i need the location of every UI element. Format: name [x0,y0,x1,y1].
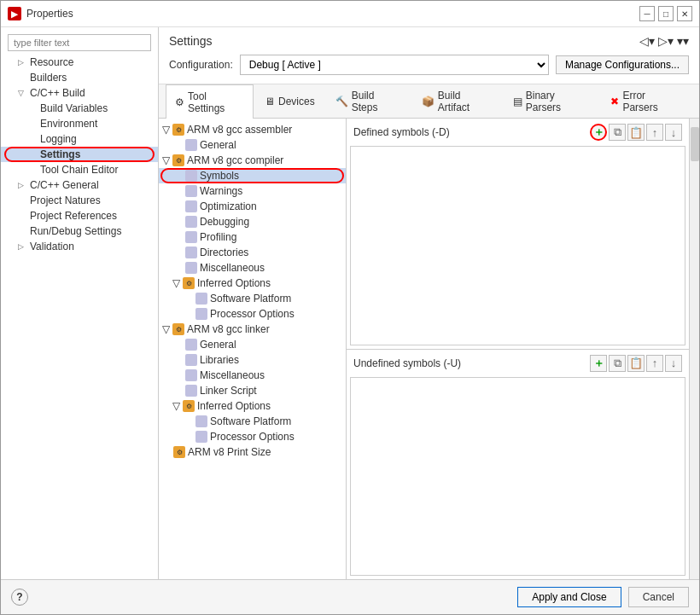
sidebar-item-validation[interactable]: ▷ Validation [1,239,158,254]
sidebar-label: Builders [30,72,67,84]
manage-configurations-button[interactable]: Manage Configurations... [556,55,689,74]
tree-label: Symbols [200,170,239,182]
tab-binary-parsers[interactable]: ▤ Binary Parsers [504,84,600,118]
item-icon [185,262,197,274]
nav-back-button[interactable]: ◁▾ [639,34,655,48]
expand-icon: ▷ [18,58,26,67]
nav-forward-button[interactable]: ▷▾ [658,34,674,48]
tree-proc-options-linker[interactable]: Processor Options [159,429,346,444]
sidebar-item-logging[interactable]: Logging [1,131,158,147]
undefined-symbols-section: Undefined symbols (-U) ＋ ⧉ 📋 ↑ ↓ [347,350,689,580]
tabs-bar: ⚙ Tool Settings 🖥 Devices 🔨 Build Steps … [159,84,699,119]
add-defined-symbol-button[interactable]: ＋ [590,124,607,141]
movedown-undefined-symbol-button[interactable]: ↓ [665,355,682,372]
tree-misc-compiler[interactable]: Miscellaneous [159,260,346,276]
sidebar-item-run-debug[interactable]: Run/Debug Settings [1,223,158,239]
sidebar-label: Project References [30,210,117,222]
sidebar-item-cpp-general[interactable]: ▷ C/C++ General [1,177,158,193]
nav-menu-button[interactable]: ▾▾ [677,34,689,48]
tab-build-artifact[interactable]: 📦 Build Artifact [412,84,502,118]
scrollbar-thumb[interactable] [691,127,699,161]
tree-symbols[interactable]: Symbols [159,168,346,183]
defined-symbols-list [350,146,685,345]
tree-arm-compiler[interactable]: ▽ ⚙ ARM v8 gcc compiler [159,153,346,168]
cancel-button[interactable]: Cancel [628,587,689,607]
tree-general-linker[interactable]: General [159,337,346,352]
item-icon [195,415,207,427]
title-controls: ─ □ ✕ [639,6,692,21]
tool-settings-icon: ⚙ [175,96,184,108]
tree-inferred-compiler[interactable]: ▽ ⚙ Inferred Options [159,276,346,291]
tree-linker-script[interactable]: Linker Script [159,383,346,398]
close-button[interactable]: ✕ [677,6,692,21]
tree-proc-options-compiler[interactable]: Processor Options [159,306,346,322]
config-select[interactable]: Debug [ Active ] [240,55,549,75]
add-undefined-symbol-button[interactable]: ＋ [590,355,607,372]
tab-devices[interactable]: 🖥 Devices [255,84,324,118]
maximize-button[interactable]: □ [658,6,674,21]
copy-undefined-symbol-button[interactable]: ⧉ [609,355,626,372]
help-button[interactable]: ? [11,589,28,606]
tab-label: Build Steps [352,90,401,113]
tree-label: Warnings [200,185,242,197]
tab-build-steps[interactable]: 🔨 Build Steps [326,84,411,118]
minimize-button[interactable]: ─ [639,6,655,21]
paste-undefined-symbol-button[interactable]: 📋 [627,355,645,372]
tree-arm-linker[interactable]: ▽ ⚙ ARM v8 gcc linker [159,322,346,337]
sidebar-item-project-natures[interactable]: Project Natures [1,193,158,208]
undefined-symbols-list [350,377,685,577]
tree-warnings[interactable]: Warnings [159,183,346,199]
tree-label: ARM v8 Print Size [188,446,271,458]
sidebar-item-settings[interactable]: Settings [1,147,158,162]
defined-symbols-actions: ＋ ⧉ 📋 ↑ ↓ [590,124,682,141]
tree-label: ARM v8 gcc assembler [187,124,292,136]
expand-icon: ▽ [162,124,170,136]
settings-header: Settings ◁▾ ▷▾ ▾▾ Configuration: Debug [… [159,27,699,84]
tab-error-parsers[interactable]: ✖ Error Parsers [601,84,691,118]
filter-input[interactable] [8,34,151,51]
tree-label: Linker Script [200,385,257,397]
build-steps-icon: 🔨 [335,96,348,107]
tree-profiling[interactable]: Profiling [159,229,346,245]
tree-label: General [200,339,236,351]
sidebar-item-resource[interactable]: ▷ Resource [1,55,158,70]
tree-print-size[interactable]: ⚙ ARM v8 Print Size [159,444,346,460]
nav-arrows: ◁▾ ▷▾ ▾▾ [639,34,689,48]
tree-directories[interactable]: Directories [159,245,346,260]
sidebar-item-project-references[interactable]: Project References [1,208,158,223]
sidebar-item-environment[interactable]: Environment [1,116,158,131]
undefined-symbols-actions: ＋ ⧉ 📋 ↑ ↓ [590,355,682,372]
gear-icon: ⚙ [172,124,184,136]
sidebar-item-build-variables[interactable]: Build Variables [1,101,158,116]
tree-inferred-linker[interactable]: ▽ ⚙ Inferred Options [159,398,346,414]
tree-sw-platform-linker[interactable]: Software Platform [159,414,346,429]
item-icon [185,185,197,197]
tree-arm-assembler[interactable]: ▽ ⚙ ARM v8 gcc assembler [159,122,346,137]
sidebar-item-tool-chain-editor[interactable]: Tool Chain Editor [1,162,158,177]
tab-label: Error Parsers [622,90,681,113]
vertical-scrollbar[interactable] [689,119,699,579]
config-label: Configuration: [169,59,233,71]
tab-tool-settings[interactable]: ⚙ Tool Settings [166,84,254,119]
paste-defined-symbol-button[interactable]: 📋 [627,124,645,141]
moveup-undefined-symbol-button[interactable]: ↑ [646,355,663,372]
apply-close-button[interactable]: Apply and Close [517,587,621,607]
movedown-defined-symbol-button[interactable]: ↓ [665,124,682,141]
tree-sw-platform-compiler[interactable]: Software Platform [159,291,346,306]
symbol-icon [185,170,197,182]
sidebar-item-cpp-build[interactable]: ▽ C/C++ Build [1,85,158,101]
tree-optimization[interactable]: Optimization [159,199,346,214]
defined-symbols-header: Defined symbols (-D) ＋ ⧉ 📋 ↑ ↓ [350,122,685,142]
tree-assembler-general[interactable]: General [159,137,346,153]
tree-misc-linker[interactable]: Miscellaneous [159,368,346,383]
sidebar-item-builders[interactable]: Builders [1,70,158,85]
item-icon [185,354,197,366]
defined-symbols-section: Defined symbols (-D) ＋ ⧉ 📋 ↑ ↓ [347,119,689,350]
footer-left: ? [11,589,28,606]
expand-icon: ▽ [172,277,180,289]
moveup-defined-symbol-button[interactable]: ↑ [646,124,663,141]
item-icon [185,139,197,151]
tree-libraries[interactable]: Libraries [159,352,346,368]
tree-debugging[interactable]: Debugging [159,214,346,229]
copy-defined-symbol-button[interactable]: ⧉ [609,124,626,141]
